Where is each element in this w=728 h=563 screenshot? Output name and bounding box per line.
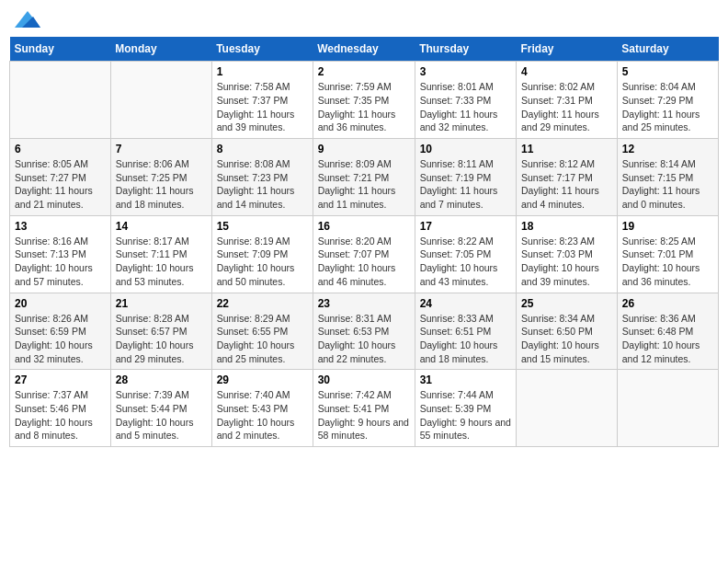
day-number: 14 [116, 220, 207, 233]
day-number: 30 [318, 373, 410, 386]
calendar-cell: 13Sunrise: 8:16 AMSunset: 7:13 PMDayligh… [10, 215, 111, 293]
day-number: 27 [15, 373, 106, 386]
day-info: Sunrise: 8:01 AMSunset: 7:33 PMDaylight:… [420, 80, 511, 134]
week-row-5: 27Sunrise: 7:37 AMSunset: 5:46 PMDayligh… [10, 370, 719, 447]
day-info: Sunrise: 8:09 AMSunset: 7:21 PMDaylight:… [318, 157, 410, 212]
calendar-cell: 21Sunrise: 8:28 AMSunset: 6:57 PMDayligh… [110, 293, 211, 370]
calendar-cell: 28Sunrise: 7:39 AMSunset: 5:44 PMDayligh… [110, 370, 211, 447]
header-row: SundayMondayTuesdayWednesdayThursdayFrid… [10, 37, 719, 62]
day-number: 15 [217, 220, 308, 233]
day-info: Sunrise: 8:11 AMSunset: 7:19 PMDaylight:… [420, 157, 511, 212]
day-info: Sunrise: 8:25 AMSunset: 7:01 PMDaylight:… [622, 235, 713, 289]
day-info: Sunrise: 8:34 AMSunset: 6:50 PMDaylight:… [521, 312, 612, 366]
calendar-cell: 16Sunrise: 8:20 AMSunset: 7:07 PMDayligh… [313, 215, 415, 293]
day-info: Sunrise: 7:59 AMSunset: 7:35 PMDaylight:… [318, 80, 410, 134]
day-header-monday: Monday [110, 37, 211, 62]
day-info: Sunrise: 8:14 AMSunset: 7:15 PMDaylight:… [622, 157, 713, 212]
calendar-cell [110, 62, 211, 139]
calendar-cell: 17Sunrise: 8:22 AMSunset: 7:05 PMDayligh… [415, 215, 516, 293]
day-info: Sunrise: 8:06 AMSunset: 7:25 PMDaylight:… [116, 157, 207, 212]
day-number: 22 [217, 297, 308, 310]
logo [13, 9, 40, 29]
day-number: 20 [15, 297, 106, 310]
day-number: 16 [318, 220, 410, 233]
calendar-cell: 7Sunrise: 8:06 AMSunset: 7:25 PMDaylight… [110, 139, 211, 216]
day-number: 2 [318, 65, 410, 78]
page-header [9, 9, 719, 29]
day-number: 1 [217, 65, 308, 78]
day-info: Sunrise: 7:44 AMSunset: 5:39 PMDaylight:… [420, 388, 511, 442]
calendar-cell: 9Sunrise: 8:09 AMSunset: 7:21 PMDaylight… [313, 139, 415, 216]
day-number: 19 [622, 220, 713, 233]
day-number: 26 [622, 297, 713, 310]
calendar-cell: 30Sunrise: 7:42 AMSunset: 5:41 PMDayligh… [313, 370, 415, 447]
day-info: Sunrise: 8:16 AMSunset: 7:13 PMDaylight:… [15, 235, 106, 289]
day-info: Sunrise: 7:42 AMSunset: 5:41 PMDaylight:… [318, 388, 410, 442]
calendar-cell: 25Sunrise: 8:34 AMSunset: 6:50 PMDayligh… [517, 293, 618, 370]
day-info: Sunrise: 8:29 AMSunset: 6:55 PMDaylight:… [217, 312, 308, 366]
day-info: Sunrise: 8:17 AMSunset: 7:11 PMDaylight:… [116, 235, 207, 289]
calendar-cell: 3Sunrise: 8:01 AMSunset: 7:33 PMDaylight… [415, 62, 516, 139]
calendar-cell: 29Sunrise: 7:40 AMSunset: 5:43 PMDayligh… [211, 370, 313, 447]
calendar-cell: 19Sunrise: 8:25 AMSunset: 7:01 PMDayligh… [617, 215, 718, 293]
day-info: Sunrise: 8:36 AMSunset: 6:48 PMDaylight:… [622, 312, 713, 366]
calendar-cell: 2Sunrise: 7:59 AMSunset: 7:35 PMDaylight… [313, 62, 415, 139]
calendar-cell [10, 62, 111, 139]
calendar-table: SundayMondayTuesdayWednesdayThursdayFrid… [9, 37, 719, 447]
day-number: 11 [521, 143, 612, 155]
day-info: Sunrise: 8:08 AMSunset: 7:23 PMDaylight:… [217, 157, 308, 212]
day-header-tuesday: Tuesday [211, 37, 313, 62]
week-row-2: 6Sunrise: 8:05 AMSunset: 7:27 PMDaylight… [10, 139, 719, 216]
day-number: 18 [521, 220, 612, 233]
day-info: Sunrise: 8:19 AMSunset: 7:09 PMDaylight:… [217, 235, 308, 289]
day-number: 17 [420, 220, 511, 233]
calendar-cell: 27Sunrise: 7:37 AMSunset: 5:46 PMDayligh… [10, 370, 111, 447]
day-info: Sunrise: 7:58 AMSunset: 7:37 PMDaylight:… [217, 80, 308, 134]
calendar-cell: 24Sunrise: 8:33 AMSunset: 6:51 PMDayligh… [415, 293, 516, 370]
day-info: Sunrise: 8:22 AMSunset: 7:05 PMDaylight:… [420, 235, 511, 289]
logo-icon [15, 9, 40, 29]
day-number: 10 [420, 143, 511, 155]
day-header-friday: Friday [517, 37, 618, 62]
day-info: Sunrise: 8:23 AMSunset: 7:03 PMDaylight:… [521, 235, 612, 289]
day-number: 24 [420, 297, 511, 310]
day-number: 3 [420, 65, 511, 78]
calendar-cell: 15Sunrise: 8:19 AMSunset: 7:09 PMDayligh… [211, 215, 313, 293]
day-number: 5 [622, 65, 713, 78]
day-number: 28 [116, 373, 207, 386]
week-row-4: 20Sunrise: 8:26 AMSunset: 6:59 PMDayligh… [10, 293, 719, 370]
calendar-cell: 20Sunrise: 8:26 AMSunset: 6:59 PMDayligh… [10, 293, 111, 370]
day-header-sunday: Sunday [10, 37, 111, 62]
calendar-cell: 10Sunrise: 8:11 AMSunset: 7:19 PMDayligh… [415, 139, 516, 216]
calendar-cell: 4Sunrise: 8:02 AMSunset: 7:31 PMDaylight… [517, 62, 618, 139]
day-number: 4 [521, 65, 612, 78]
day-info: Sunrise: 7:39 AMSunset: 5:44 PMDaylight:… [116, 388, 207, 442]
calendar-cell [617, 370, 718, 447]
day-info: Sunrise: 8:26 AMSunset: 6:59 PMDaylight:… [15, 312, 106, 366]
day-info: Sunrise: 8:12 AMSunset: 7:17 PMDaylight:… [521, 157, 612, 212]
day-number: 6 [15, 143, 106, 155]
calendar-cell: 14Sunrise: 8:17 AMSunset: 7:11 PMDayligh… [110, 215, 211, 293]
week-row-1: 1Sunrise: 7:58 AMSunset: 7:37 PMDaylight… [10, 62, 719, 139]
day-number: 25 [521, 297, 612, 310]
day-info: Sunrise: 8:33 AMSunset: 6:51 PMDaylight:… [420, 312, 511, 366]
day-header-wednesday: Wednesday [313, 37, 415, 62]
day-number: 21 [116, 297, 207, 310]
logo-text [13, 9, 40, 29]
calendar-cell: 22Sunrise: 8:29 AMSunset: 6:55 PMDayligh… [211, 293, 313, 370]
calendar-cell: 1Sunrise: 7:58 AMSunset: 7:37 PMDaylight… [211, 62, 313, 139]
day-number: 13 [15, 220, 106, 233]
calendar-cell: 31Sunrise: 7:44 AMSunset: 5:39 PMDayligh… [415, 370, 516, 447]
calendar-cell: 18Sunrise: 8:23 AMSunset: 7:03 PMDayligh… [517, 215, 618, 293]
calendar-cell: 23Sunrise: 8:31 AMSunset: 6:53 PMDayligh… [313, 293, 415, 370]
day-info: Sunrise: 8:20 AMSunset: 7:07 PMDaylight:… [318, 235, 410, 289]
day-info: Sunrise: 8:31 AMSunset: 6:53 PMDaylight:… [318, 312, 410, 366]
day-number: 29 [217, 373, 308, 386]
day-number: 8 [217, 143, 308, 155]
day-number: 9 [318, 143, 410, 155]
week-row-3: 13Sunrise: 8:16 AMSunset: 7:13 PMDayligh… [10, 215, 719, 293]
day-number: 7 [116, 143, 207, 155]
day-info: Sunrise: 7:40 AMSunset: 5:43 PMDaylight:… [217, 388, 308, 442]
day-info: Sunrise: 8:28 AMSunset: 6:57 PMDaylight:… [116, 312, 207, 366]
day-header-thursday: Thursday [415, 37, 516, 62]
